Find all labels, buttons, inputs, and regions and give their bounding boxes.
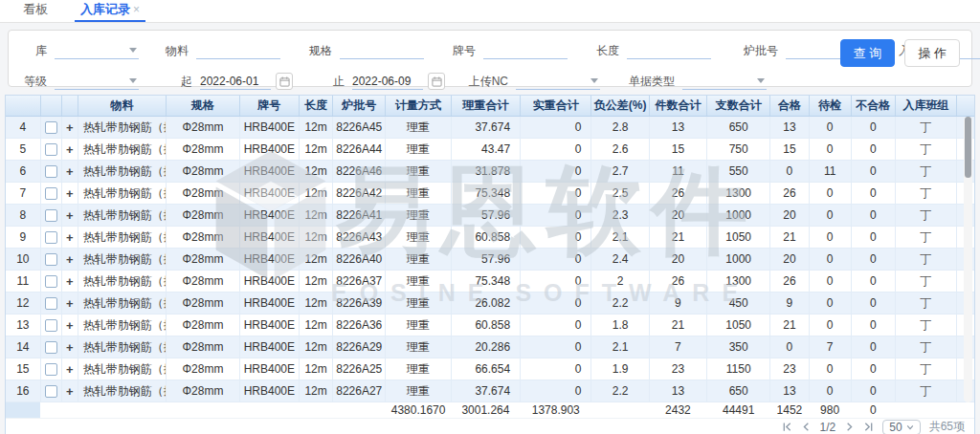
- column-header[interactable]: 入库班组: [895, 96, 956, 117]
- cell-pending: 0: [809, 249, 851, 271]
- expand-icon[interactable]: +: [66, 296, 74, 311]
- cell-theoretical: 60.858: [451, 315, 520, 336]
- table-row[interactable]: 5+热轧带肋钢筋（抗震）Φ28mmHRB400E12m8226A44理重43.4…: [6, 139, 974, 161]
- cell-method: 理重: [386, 139, 451, 161]
- column-header[interactable]: 炉批号: [333, 96, 386, 117]
- row-checkbox[interactable]: [45, 253, 57, 266]
- last-page-button[interactable]: [863, 422, 874, 432]
- summary-unqualified: 0: [851, 402, 895, 419]
- row-checkbox[interactable]: [45, 209, 57, 222]
- chevron-down-icon: [590, 78, 598, 83]
- tab-dashboard[interactable]: 看板: [17, 0, 54, 22]
- column-header[interactable]: 理重合计: [451, 96, 520, 117]
- column-header[interactable]: 合格: [770, 96, 809, 117]
- row-checkbox[interactable]: [45, 231, 57, 244]
- date-to-input[interactable]: 2022-06-09: [352, 73, 423, 90]
- expand-icon[interactable]: +: [66, 208, 74, 223]
- row-checkbox[interactable]: [45, 385, 57, 398]
- table-row[interactable]: 14+热轧带肋钢筋（抗震）Φ28mmHRB400E12m8226A29理重20.…: [6, 336, 974, 358]
- date-from-input[interactable]: 2022-06-01: [200, 73, 271, 90]
- expand-icon[interactable]: +: [66, 252, 74, 267]
- next-page-button[interactable]: [844, 422, 855, 432]
- table-row[interactable]: 15+热轧带肋钢筋（抗震）Φ28mmHRB400E12m8226A25理重66.…: [6, 358, 974, 380]
- expand-icon[interactable]: +: [66, 230, 74, 245]
- row-checkbox[interactable]: [45, 341, 57, 354]
- cell-pending: 0: [809, 139, 851, 161]
- column-header[interactable]: 牌号: [239, 96, 299, 117]
- tab-inbound-label: 入库记录: [80, 1, 130, 18]
- table-row[interactable]: 10+热轧带肋钢筋（抗震）Φ28mmHRB400E12m8226A40理重57.…: [6, 249, 974, 271]
- tab-inbound-records[interactable]: 入库记录 ×: [75, 0, 145, 22]
- expand-icon[interactable]: +: [66, 142, 74, 157]
- prev-page-button[interactable]: [801, 422, 812, 432]
- table-row[interactable]: 8+热轧带肋钢筋（抗震）Φ28mmHRB400E12m8226A41理重57.9…: [6, 205, 974, 227]
- spec-input[interactable]: [340, 42, 424, 59]
- row-checkbox[interactable]: [45, 165, 57, 178]
- row-checkbox[interactable]: [45, 319, 57, 332]
- panel-buttons: 查 询 操 作: [840, 39, 960, 67]
- brand-input[interactable]: [483, 42, 568, 59]
- cell-team: 丁: [895, 227, 956, 249]
- row-checkbox[interactable]: [45, 275, 57, 288]
- length-input[interactable]: [627, 42, 711, 59]
- table-row[interactable]: 12+热轧带肋钢筋（抗震）Φ28mmHRB400E12m8226A39理重26.…: [6, 293, 974, 315]
- doc-type-select[interactable]: [682, 73, 767, 90]
- column-header[interactable]: 待检: [809, 96, 851, 117]
- query-button[interactable]: 查 询: [840, 39, 896, 67]
- row-checkbox[interactable]: [45, 121, 57, 134]
- column-header[interactable]: 物料: [78, 96, 166, 117]
- table-row[interactable]: 13+热轧带肋钢筋（抗震）Φ28mmHRB400E12m8226A36理重60.…: [6, 315, 974, 336]
- row-checkbox[interactable]: [45, 363, 57, 376]
- cell-unqualified: 0: [851, 358, 895, 380]
- operate-button[interactable]: 操 作: [904, 39, 960, 67]
- column-header[interactable]: 件数合计: [649, 96, 706, 117]
- column-header[interactable]: 长度: [299, 96, 332, 117]
- table-row[interactable]: 9+热轧带肋钢筋（抗震）Φ28mmHRB400E12m8226A43理重60.8…: [6, 227, 974, 249]
- table-row[interactable]: 11+热轧带肋钢筋（抗震）Φ28mmHRB400E12m8226A37理重75.…: [6, 271, 974, 293]
- vertical-scrollbar-thumb[interactable]: [965, 117, 971, 178]
- page-size-select[interactable]: 50: [882, 420, 920, 434]
- expand-icon[interactable]: +: [66, 340, 74, 355]
- column-header[interactable]: 不合格: [851, 96, 895, 117]
- column-header[interactable]: 负公差(%): [591, 96, 649, 117]
- column-header[interactable]: 计量方式: [386, 96, 451, 117]
- cell-tolerance: 1.8: [591, 315, 649, 336]
- table-row[interactable]: 16+热轧带肋钢筋（抗震）Φ28mmHRB400E12m8226A27理重37.…: [6, 380, 974, 402]
- total-count-label: 共65项: [929, 419, 965, 434]
- filter-row-2: 等级 起 2022-06-01 止 2022-06-09 上传NC 单据类型: [22, 70, 958, 93]
- column-header[interactable]: 规格: [167, 96, 239, 117]
- table-row[interactable]: 4+热轧带肋钢筋（抗震）Φ28mmHRB400E12m8226A45理重37.6…: [6, 117, 974, 139]
- cell-num: 7: [6, 183, 40, 205]
- cell-batch: 8226A41: [333, 205, 386, 227]
- row-checkbox[interactable]: [45, 187, 57, 200]
- column-header[interactable]: 支数合计: [707, 96, 770, 117]
- cell-num: 4: [6, 117, 40, 139]
- grade-select[interactable]: [55, 73, 139, 90]
- cell-tolerance: 2.2: [591, 380, 649, 402]
- expand-icon[interactable]: +: [66, 362, 74, 377]
- expand-icon[interactable]: +: [66, 186, 74, 201]
- cell-brand: HRB400E: [239, 139, 299, 161]
- row-checkbox[interactable]: [45, 297, 57, 310]
- table-row[interactable]: 6+热轧带肋钢筋（抗震）Φ28mmHRB400E12m8226A46理重31.8…: [6, 161, 974, 183]
- expand-icon[interactable]: +: [66, 318, 74, 333]
- column-header[interactable]: 实重合计: [521, 96, 591, 117]
- expand-icon[interactable]: +: [66, 120, 74, 135]
- cell-team: 丁: [895, 249, 956, 271]
- row-checkbox[interactable]: [45, 143, 57, 156]
- expand-icon[interactable]: +: [66, 274, 74, 289]
- table-row[interactable]: 7+热轧带肋钢筋（抗震）Φ28mmHRB400E12m8226A42理重75.3…: [6, 183, 974, 205]
- tab-close-icon[interactable]: ×: [133, 3, 140, 16]
- calendar-icon[interactable]: [428, 73, 445, 90]
- warehouse-select[interactable]: [55, 42, 139, 59]
- calendar-icon[interactable]: [276, 73, 293, 90]
- cell-length: 12m: [299, 227, 332, 249]
- material-input[interactable]: [196, 42, 280, 59]
- first-page-button[interactable]: [782, 422, 792, 432]
- cell-actual: 0: [521, 271, 591, 293]
- cell-spec: Φ28mm: [167, 139, 239, 161]
- expand-icon[interactable]: +: [66, 164, 74, 179]
- expand-icon[interactable]: +: [66, 384, 74, 399]
- upload-nc-select[interactable]: [516, 73, 600, 90]
- cell-actual: 0: [521, 139, 591, 161]
